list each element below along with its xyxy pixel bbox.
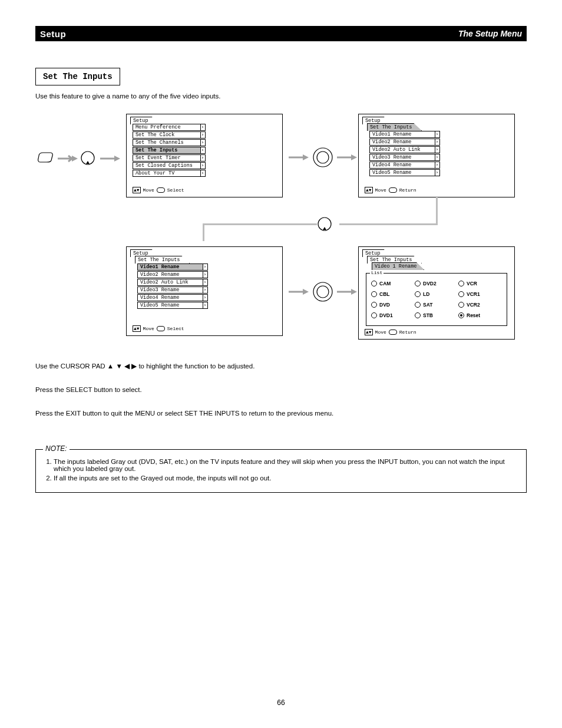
radio-option[interactable]: CAM — [371, 281, 415, 286]
radio-option[interactable]: CBL — [371, 291, 415, 297]
menu-item[interactable]: Video4 Rename — [369, 162, 435, 169]
radio-icon — [371, 302, 377, 308]
radio-label: DVD2 — [423, 281, 437, 286]
chevron-right-icon: › — [200, 124, 206, 131]
svg-point-2 — [317, 151, 329, 163]
svg-point-4 — [313, 282, 332, 301]
radio-label: STB — [423, 312, 433, 318]
radio-icon — [415, 291, 421, 297]
radio-icon — [458, 291, 464, 297]
header-page-label: The Setup Menu — [458, 29, 522, 38]
hint-select: Select — [167, 326, 184, 331]
chevron-right-icon: › — [200, 170, 206, 177]
note-box: NOTE: The inputs labeled Gray out (DVD, … — [35, 449, 527, 493]
radio-icon — [415, 312, 421, 318]
menu-item[interactable]: Video2 Auto Link — [369, 146, 435, 153]
hint-select: Select — [167, 187, 184, 193]
return-pill-icon — [389, 187, 397, 193]
instruction-line-3: Press the EXIT button to quit the MENU o… — [35, 409, 527, 418]
radio-icon — [415, 302, 421, 308]
osd-subtab2: Video 1 Rename — [372, 262, 424, 270]
osd-subtab: Set The Inputs — [135, 256, 190, 263]
menu-item[interactable]: Video2 Rename — [137, 271, 203, 278]
chevron-right-icon: › — [200, 139, 206, 146]
cursor-down-icon — [80, 150, 95, 168]
svg-point-1 — [313, 148, 332, 167]
osd-subtab: Set The Inputs — [367, 123, 422, 131]
radio-option[interactable]: DVD — [371, 302, 415, 308]
radio-option[interactable]: VCR2 — [458, 302, 502, 308]
menu-item-selected[interactable]: Set The Inputs — [133, 147, 201, 154]
radio-option[interactable]: STB — [415, 312, 458, 318]
rename-list-box: List CAM DVD2 VCR CBL LD VCR1 DVD SAT VC… — [366, 273, 507, 326]
text: Use the CURSOR PAD — [35, 363, 107, 370]
text: to highlight the function to be adjusted… — [138, 363, 254, 370]
chevron-right-icon: › — [203, 302, 208, 309]
updown-icon: ▲▼ — [365, 329, 373, 335]
chevron-right-icon: › — [203, 294, 208, 301]
menu-item[interactable]: Video5 Rename — [137, 302, 203, 309]
header-bar: Setup The Setup Menu — [35, 26, 527, 41]
chevron-right-icon: › — [435, 162, 440, 169]
radio-label: LD — [423, 291, 429, 297]
hint-move: Move — [375, 330, 386, 335]
chevron-right-icon: › — [200, 154, 206, 162]
radio-option-selected[interactable]: Reset — [458, 312, 502, 318]
chevron-right-icon: › — [435, 139, 440, 146]
menu-item[interactable]: Video3 Rename — [137, 286, 203, 294]
note-item: If all the inputs are set to the Grayed … — [54, 475, 518, 482]
select-button-icon — [312, 281, 333, 305]
flow-connector — [203, 223, 204, 241]
radio-label: DVD — [379, 302, 390, 308]
chevron-right-icon: › — [203, 279, 208, 286]
list-label: List — [370, 270, 384, 275]
radio-option[interactable]: DVD1 — [371, 312, 415, 318]
radio-label: DVD1 — [379, 312, 393, 318]
arrow-right-icon — [337, 153, 357, 164]
radio-icon — [458, 302, 464, 308]
menu-item[interactable]: Video4 Rename — [137, 294, 203, 301]
radio-label: VCR — [467, 281, 477, 286]
select-button-icon — [312, 147, 333, 170]
radio-option[interactable]: VCR — [458, 281, 502, 286]
arrow-right-icon — [100, 154, 120, 165]
radio-option[interactable]: VCR1 — [458, 291, 502, 297]
radio-label: Reset — [467, 312, 480, 318]
radio-option[interactable]: SAT — [415, 302, 458, 308]
radio-icon — [371, 291, 377, 297]
chevron-right-icon: › — [435, 169, 440, 176]
menu-item[interactable]: Set The Clock — [133, 131, 201, 139]
hint-return: Return — [399, 187, 416, 193]
updown-icon: ▲▼ — [133, 325, 141, 332]
chevron-right-icon: › — [200, 131, 206, 139]
radio-label: CBL — [379, 291, 389, 297]
menu-item[interactable]: Set The Channels — [133, 139, 201, 146]
menu-item[interactable]: About Your TV — [133, 170, 201, 177]
flow-connector — [436, 196, 438, 223]
radio-option[interactable]: LD — [415, 291, 458, 297]
radio-label: SAT — [423, 302, 432, 308]
radio-icon — [371, 312, 377, 318]
note-label: NOTE: — [43, 444, 70, 453]
menu-item[interactable]: Set Closed Captions — [133, 162, 201, 169]
osd-screen-set-inputs: Setup Set The Inputs Video1 Rename› Vide… — [358, 114, 515, 197]
hint-move: Move — [143, 187, 154, 193]
cursor-pad-arrows-icon: ▲ ▼ ◀ ▶ — [107, 363, 137, 370]
instruction-line-2: Press the SELECT button to select. — [35, 385, 527, 394]
radio-option[interactable]: DVD2 — [415, 281, 458, 286]
menu-item[interactable]: Video2 Rename — [369, 139, 435, 146]
arrow-right-icon — [289, 288, 309, 298]
menu-item[interactable]: Video2 Auto Link — [137, 279, 203, 286]
hint-move: Move — [375, 187, 386, 193]
menu-item[interactable]: Set Event Timer — [133, 154, 201, 162]
menu-item[interactable]: Video1 Rename — [369, 131, 435, 138]
menu-item-selected[interactable]: Video1 Rename — [137, 263, 203, 271]
arrow-right-icon — [58, 154, 78, 165]
intro-text: Use this feature to give a name to any o… — [35, 92, 527, 101]
hint-move: Move — [143, 326, 154, 331]
radio-label: VCR2 — [467, 302, 480, 308]
menu-item[interactable]: Video5 Rename — [369, 169, 435, 176]
menu-item[interactable]: Menu Preference — [133, 124, 201, 131]
menu-item[interactable]: Video3 Rename — [369, 154, 435, 161]
instruction-line-1: Use the CURSOR PAD ▲ ▼ ◀ ▶ to highlight … — [35, 361, 527, 371]
